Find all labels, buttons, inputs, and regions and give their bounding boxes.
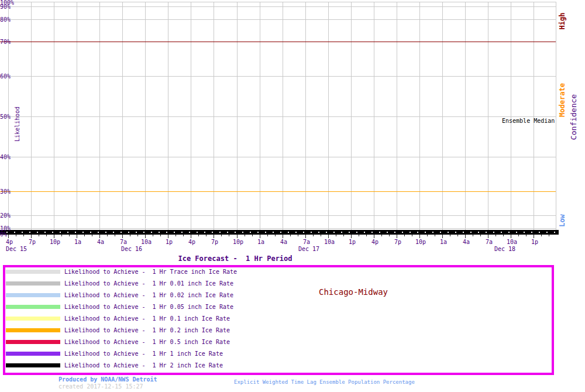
legend-swatch <box>6 317 60 321</box>
legend-swatch <box>6 270 60 274</box>
x-tick-label: 1p <box>531 239 538 245</box>
gridline-v <box>99 2 100 234</box>
x-minor-tick <box>122 235 123 236</box>
x-minor-tick <box>457 235 458 236</box>
x-tick-label: 7p <box>211 239 218 245</box>
x-minor-tick <box>328 235 329 236</box>
y-axis-label: Likelihood <box>14 106 20 142</box>
x-minor-tick <box>145 235 146 236</box>
legend-swatch <box>6 363 60 367</box>
x-minor-tick <box>168 235 168 236</box>
gridline-v <box>191 2 191 234</box>
gridline-v <box>260 2 260 234</box>
footer-method: Explicit Weighted Time Lag Ensemble Popu… <box>234 380 415 385</box>
x-minor-tick <box>389 235 390 236</box>
gridline-v <box>442 2 443 234</box>
x-minor-tick <box>283 235 283 236</box>
x-tick-label: 10a <box>324 239 335 245</box>
x-minor-tick <box>419 235 420 236</box>
x-minor-tick <box>534 235 534 236</box>
x-tick-label: 1p <box>166 239 173 245</box>
legend-item-label: Likelihood to Achieve - 1 Hr 0.05 inch I… <box>64 304 233 310</box>
gridline-h-80% <box>0 19 556 20</box>
x-tick-label: 7a <box>120 239 127 245</box>
x-minor-tick <box>480 235 481 236</box>
legend-item-label: Likelihood to Achieve - 1 Hr 0.01 inch I… <box>64 281 233 287</box>
legend-item-label: Likelihood to Achieve - 1 Hr 0.02 inch I… <box>64 293 233 298</box>
x-minor-tick <box>397 235 397 236</box>
x-tick-label: 7p <box>29 239 36 245</box>
x-tick-label: 10a <box>141 239 152 245</box>
x-minor-tick <box>23 235 24 236</box>
x-date-label: Dec 15 <box>6 246 27 252</box>
y-tick-label: 50% <box>0 114 11 120</box>
legend-item-label: Likelihood to Achieve - 1 Hr Trace inch … <box>64 269 237 275</box>
x-minor-tick <box>160 235 161 236</box>
x-minor-tick <box>305 235 306 236</box>
ensemble-median-dotted-overlay <box>0 232 559 233</box>
x-minor-tick <box>412 235 412 236</box>
legend-swatch <box>6 340 60 344</box>
x-minor-tick <box>465 235 466 236</box>
x-date-label: Dec 17 <box>298 246 319 252</box>
gridline-h-40% <box>0 157 556 157</box>
gridline-v <box>328 2 329 234</box>
x-minor-tick <box>526 235 526 236</box>
x-minor-tick <box>435 235 435 236</box>
y-tick-label: 40% <box>0 154 11 160</box>
y-tick-label: 0% <box>0 232 7 238</box>
x-tick-label: 7a <box>303 239 310 245</box>
x-minor-tick <box>39 235 39 236</box>
x-minor-tick <box>404 235 405 236</box>
x-minor-tick <box>69 235 70 236</box>
x-minor-tick <box>198 235 199 236</box>
gridline-h-100% <box>0 2 556 2</box>
x-tick-label: 4a <box>280 239 287 245</box>
gridline-v <box>305 2 306 234</box>
x-tick-label: 1p <box>349 239 356 245</box>
x-minor-tick <box>115 235 115 236</box>
legend-item-label: Likelihood to Achieve - 1 Hr 0.1 inch Ic… <box>64 316 230 322</box>
x-minor-tick <box>16 235 16 236</box>
x-minor-tick <box>511 235 511 236</box>
x-minor-tick <box>313 235 314 236</box>
x-minor-tick <box>518 235 519 236</box>
gridline-v <box>283 2 283 234</box>
x-tick-label: 4p <box>371 239 378 245</box>
x-minor-tick <box>442 235 443 236</box>
y-tick-label: 60% <box>0 74 11 80</box>
y-tick-label: 30% <box>0 189 11 195</box>
x-tick-label: 1a <box>257 239 264 245</box>
y-tick-label: 80% <box>0 17 11 23</box>
x-date-label: Dec 18 <box>494 246 515 252</box>
x-minor-tick <box>252 235 253 236</box>
x-minor-tick <box>153 235 153 236</box>
x-minor-tick <box>237 235 238 236</box>
x-tick-label: 7p <box>394 239 401 245</box>
x-minor-tick <box>245 235 245 236</box>
x-minor-tick <box>191 235 191 236</box>
confidence-low-label: Low <box>558 214 566 227</box>
gridline-h-20% <box>0 215 556 216</box>
x-minor-tick <box>99 235 100 236</box>
x-minor-tick <box>488 235 488 236</box>
x-minor-tick <box>359 235 359 236</box>
x-minor-tick <box>54 235 54 236</box>
x-tick-label: 4p <box>188 239 195 245</box>
x-tick-label: 4a <box>97 239 104 245</box>
legend-item-label: Likelihood to Achieve - 1 Hr 2 inch Ice … <box>64 363 223 369</box>
gridline-v <box>397 2 397 234</box>
x-minor-tick <box>183 235 184 236</box>
x-minor-tick <box>366 235 367 236</box>
gridline-h-90% <box>0 6 556 7</box>
legend-swatch <box>6 352 60 356</box>
x-minor-tick <box>541 235 542 236</box>
x-minor-tick <box>427 235 428 236</box>
legend-swatch <box>6 328 60 332</box>
x-minor-tick <box>92 235 92 236</box>
x-minor-tick <box>221 235 222 236</box>
x-minor-tick <box>473 235 473 236</box>
x-minor-tick <box>31 235 32 236</box>
gridline-v <box>168 2 168 234</box>
x-minor-tick <box>549 235 549 236</box>
